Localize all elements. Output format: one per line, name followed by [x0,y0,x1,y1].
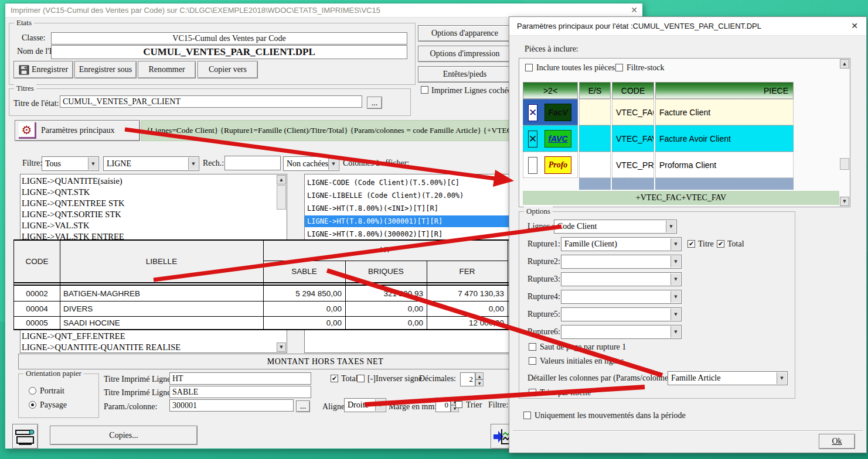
enregistrer-button[interactable]: Enregistrer [13,61,73,78]
list-item[interactable]: LIGNE->QUANTITE(saisie) [22,176,275,187]
titre-checkbox[interactable]: ✔ [687,240,695,248]
row-checkbox[interactable] [528,157,537,174]
grid-row-select-cell[interactable]: ✕ fAVC [523,125,578,152]
enregistrer-sous-button[interactable]: Enregistrer sous [74,61,137,78]
chevron-down-icon[interactable]: ▼ [777,372,787,384]
scroll-down-icon[interactable]: ▼ [277,342,286,352]
rupture2-select[interactable]: ▼ [561,255,682,269]
decimales-stepper[interactable]: 2 ▲▼ [460,372,484,386]
chevron-down-icon[interactable]: ▼ [88,157,98,170]
scrollbar-thumb[interactable] [840,158,849,170]
chevron-down-icon[interactable]: ▼ [670,291,680,303]
options-apparence-button[interactable]: Options d'apparence [418,25,512,42]
grid-header-piece[interactable]: PIECE [655,82,794,99]
grid-cell-es[interactable] [579,152,611,178]
table-select[interactable]: LIGNE▼ [103,156,199,171]
grid-header-es[interactable]: E/S [579,82,611,99]
spinner-down-icon[interactable]: ▼ [475,379,484,386]
inverser-checkbox[interactable] [357,375,365,382]
imprimer-lignes-checkbox[interactable] [421,86,428,94]
grid-empty-cell[interactable] [655,178,794,190]
portrait-radio[interactable] [29,387,36,395]
grid-cell-piece[interactable]: Facture Client [655,99,794,125]
grid-header-code[interactable]: CODE [612,82,654,99]
list-item[interactable]: LIGNE->QNT.STK [22,187,275,198]
grid-cell-es[interactable] [579,99,611,125]
valeurs-initiales-checkbox[interactable] [529,357,536,365]
total-checkbox[interactable]: ✔ [331,375,338,382]
total-checkbox[interactable]: ✔ [717,240,724,248]
saut-page-checkbox[interactable] [529,343,536,351]
entetes-pieds-button[interactable]: Entêtes/pieds [418,66,512,83]
scroll-down-icon[interactable]: ▼ [840,197,849,206]
row-checkbox[interactable]: ✕ [528,131,537,148]
titre-etat-input[interactable]: CUMUL_VENTES_PAR_CLIENT [60,95,362,108]
chevron-down-icon[interactable]: ▼ [666,221,676,232]
ok-button[interactable]: Ok [819,434,855,449]
grid-cell-es[interactable] [579,125,611,152]
uniquement-checkbox[interactable] [523,412,531,419]
grid-cell-piece[interactable]: Facture Avoir Client [655,125,794,152]
param-colonne-input[interactable]: 300001 [169,399,294,412]
grid-empty-cell[interactable] [612,178,654,190]
parametres-dialog-titlebar[interactable]: Paramètres principaux pour l'état :CUMUL… [509,17,866,36]
titre-etat-more-button[interactable]: ... [367,97,382,109]
inclure-toutes-checkbox[interactable] [525,64,533,71]
chevron-down-icon[interactable]: ▼ [670,326,680,338]
chevron-down-icon[interactable]: ▼ [328,157,338,170]
titre1-input[interactable]: HT [169,372,311,385]
list-item[interactable]: LIGNE-LIBELLE (Code Client)(T.20.00%) [305,190,510,201]
trier-checkbox[interactable] [455,401,462,408]
titre2-input[interactable]: SABLE [169,386,311,398]
scrollbar-thumb[interactable] [277,185,286,210]
rupture5-select[interactable]: ▼ [561,307,682,321]
grid-row-select-cell[interactable]: Profo [523,152,578,178]
chevron-down-icon[interactable]: ▼ [670,256,680,268]
paysage-radio[interactable] [29,401,36,409]
copies-button[interactable]: Copies... [50,426,198,445]
list-item[interactable]: LIGNE->QNT.ENTREE STK [22,198,275,210]
imprimer-titlebar[interactable]: Imprimer (VC15-Cumul des Ventes par Code… [5,4,642,18]
grid-cell-code[interactable]: VTEC_FAC [612,99,654,125]
rupture4-select[interactable]: ▼ [561,290,682,304]
scroll-up-icon[interactable]: ▲ [840,59,849,68]
lignes-select[interactable]: Code Client▼ [554,220,677,234]
list-item[interactable]: LIGNE->QUANTITE-QUANTITE REALISE [22,342,275,354]
parametres-principaux-button[interactable]: ⚙ Paramètres principaux [15,120,140,141]
detailler-select[interactable]: Famille Article▼ [668,371,788,385]
filtre-select[interactable]: Tous▼ [42,156,99,171]
list-item[interactable]: LIGNE-CODE (Code Client)(T.5.00%)[C] [305,177,510,189]
close-icon[interactable]: ✕ [628,5,641,16]
options-impression-button[interactable]: Options d'impression [418,46,512,62]
chevron-down-icon[interactable]: ▼ [670,273,680,285]
rupture1-select[interactable]: Famille (Client)▼ [561,237,682,251]
visibility-select[interactable]: Non cachées▼ [283,156,339,171]
row-checkbox[interactable]: ✕ [528,104,537,121]
grid-row-select-cell[interactable]: ✕ FacV [523,99,578,125]
list-item[interactable]: LIGNE->HT(T.8.00%)(<INI>)[T][R] [305,203,510,214]
rupture6-select[interactable]: ▼ [561,325,682,339]
rupture3-select[interactable]: ▼ [561,272,682,286]
list-item-selected[interactable]: LIGNE->HT(T.8.00%)(300001)[T][R] [305,215,510,227]
list-item[interactable]: LIGNE->VAL.STK [22,221,275,232]
param-colonne-more-button[interactable]: ... [296,400,310,412]
close-icon[interactable]: ✕ [848,21,861,32]
scroll-up-icon[interactable]: ▲ [277,175,286,184]
printer-button[interactable] [12,424,38,449]
rech-input[interactable] [224,156,281,170]
list-item[interactable]: LIGNE->HT(T.8.00%)(300002)[T][R] [305,228,510,240]
grid-cell-code[interactable]: VTEC_PROF [612,152,654,178]
spinner-up-icon[interactable]: ▲ [475,372,484,379]
trier-libelle-checkbox[interactable] [529,389,536,396]
chevron-down-icon[interactable]: ▼ [670,238,680,250]
grid-header-select[interactable]: >2< [523,82,578,99]
chevron-down-icon[interactable]: ▼ [375,399,385,411]
renommer-button[interactable]: Renommer [138,61,196,78]
grid-empty-cell[interactable] [579,178,611,190]
filtre-stock-checkbox[interactable] [615,64,623,71]
copier-vers-button[interactable]: Copier vers [198,61,258,78]
list-item[interactable]: LIGNE->QNT.SORTIE STK [22,210,275,221]
grid-cell-piece[interactable]: Proforma Client [655,152,794,178]
grid-cell-code[interactable]: VTEC_FAV [612,125,654,152]
aligner-select[interactable]: Droite▼ [344,398,386,412]
